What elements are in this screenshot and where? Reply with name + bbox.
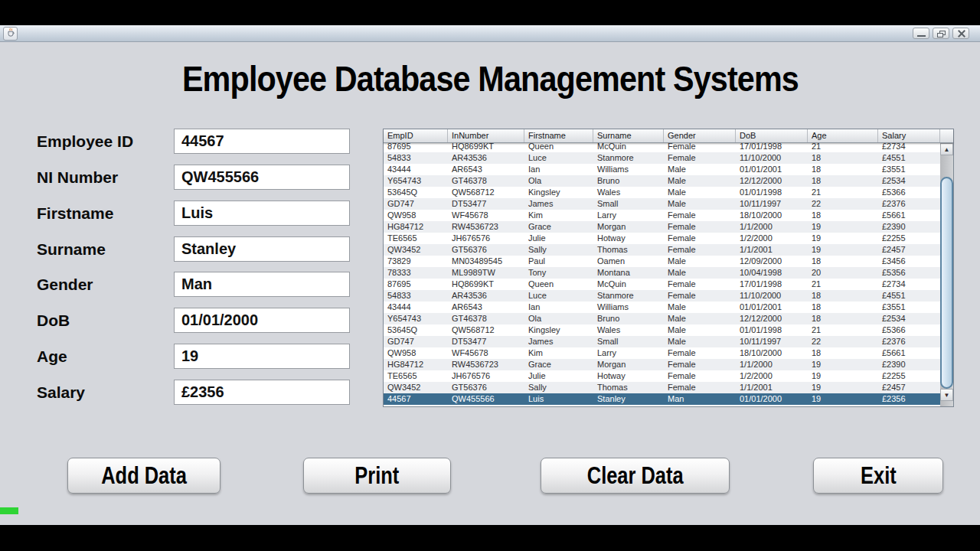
cell-age: 22 [808,198,878,210]
scrollbar-thumb[interactable] [940,177,953,389]
cell-salary: £3551 [878,302,940,313]
cell-innumber: AR6543 [448,302,524,313]
cell-innumber: JH676576 [448,370,524,382]
column-header-gender[interactable]: Gender [664,129,736,142]
scroll-down-button[interactable]: ▼ [940,389,953,401]
column-header-salary[interactable]: Salary [878,129,940,142]
table-row-1[interactable]: 54833AR43536LuceStanmoreFemale11/10/2000… [384,152,940,164]
salary-input[interactable] [174,380,350,405]
surname-input[interactable] [174,236,350,262]
cell-gender: Female [664,359,736,370]
clear-data-button[interactable]: Clear Data [541,458,730,494]
cell-salary: £2255 [878,370,940,382]
cell-surname: Larry [593,210,664,221]
table-row-5[interactable]: GD747DT53477JamesSmallMale10/11/199722£2… [384,198,940,210]
cell-surname: Stanley [593,393,664,405]
table-row-10[interactable]: 73829MN03489545PaulOamenMale12/09/200018… [384,256,940,267]
age-input[interactable] [174,344,350,369]
table-row-16[interactable]: 53645QQW568712KingsleyWalesMale01/01/199… [384,324,940,336]
salary-label: Salary [37,380,85,405]
table-row-19[interactable]: HG84712RW4536723GraceMorganFemale1/1/200… [384,359,940,370]
employee-id-input[interactable] [174,129,350,154]
cell-dob: 18/10/2000 [736,210,808,221]
cell-empid: 87695 [384,279,448,290]
close-button[interactable] [952,28,969,39]
cell-firstname: Ian [524,302,593,313]
cell-firstname: Grace [524,359,593,370]
column-header-firstname[interactable]: Firstname [524,129,593,142]
cell-gender: Female [664,347,736,359]
print-button[interactable]: Print [303,458,451,494]
cell-firstname: James [524,198,593,210]
form-row-ni-number: NI Number [0,165,360,190]
table-row-11[interactable]: 78333ML9989TWTonyMontanaMale10/04/199820… [384,267,940,279]
cell-salary: £5661 [878,210,940,221]
cell-dob: 10/04/1998 [736,267,808,279]
cell-salary: £2356 [878,393,940,405]
table-row-8[interactable]: TE6565JH676576JulieHotwayFemale1/2/20001… [384,233,940,244]
vertical-scrollbar[interactable]: ▲ ▼ [940,143,953,406]
ni-number-input[interactable] [174,165,350,190]
cell-firstname: Paul [524,256,593,267]
cell-age: 21 [808,324,878,336]
form-row-salary: Salary [0,380,360,405]
cell-age: 18 [808,347,878,359]
table-row-18[interactable]: QW958WF45678KimLarryFemale18/10/200018£5… [384,347,940,359]
table-row-12[interactable]: 87695HQ8699KTQueenMcQuinFemale17/01/1998… [384,279,940,290]
form-row-dob: DoB [0,308,360,333]
table-row-9[interactable]: QW3452GT56376SallyThomasFemale1/1/200119… [384,244,940,256]
title-bar[interactable] [0,25,980,42]
scroll-up-button[interactable]: ▲ [940,143,953,155]
table-row-4[interactable]: 53645QQW568712KingsleyWalesMale01/01/199… [384,187,940,198]
dob-input[interactable] [174,308,350,333]
cell-empid: 87695 [384,143,448,152]
cell-age: 21 [808,279,878,290]
column-header-surname[interactable]: Surname [593,129,664,142]
table-header-row: EmpIDInNumberFirstnameSurnameGenderDoBAg… [384,129,953,143]
table-row-17[interactable]: GD747DT53477JamesSmallMale10/11/199722£2… [384,336,940,347]
cell-surname: Morgan [593,359,664,370]
cell-gender: Female [664,290,736,302]
table-row-15[interactable]: Y654743GT46378OlaBrunoMale12/12/200018£2… [384,313,940,324]
cell-surname: Wales [593,324,664,336]
minimize-button[interactable] [913,28,929,39]
column-header-dob[interactable]: DoB [736,129,808,142]
firstname-input[interactable] [174,201,350,226]
button-label: Clear Data [587,462,684,490]
cell-empid: Y654743 [384,175,448,187]
cell-empid: QW958 [384,347,448,359]
exit-button[interactable]: Exit [813,458,943,494]
gender-label: Gender [37,272,93,297]
add-data-button[interactable]: Add Data [67,458,220,494]
column-header-empid[interactable]: EmpID [384,129,448,142]
app-menu-button[interactable] [3,27,18,41]
table-row-21[interactable]: QW3452GT56376SallyThomasFemale1/1/200119… [384,382,940,393]
cell-dob: 1/1/2000 [736,221,808,233]
form-row-surname: Surname [0,236,360,262]
cell-firstname: James [524,336,593,347]
table-row-22[interactable]: 44567QW455566LuisStanleyMan01/01/200019£… [384,393,940,405]
column-header-innumber[interactable]: InNumber [448,129,524,142]
table-row-2[interactable]: 43444AR6543IanWilliamsMale01/01/200118£3… [384,164,940,175]
table-row-7[interactable]: HG84712RW4536723GraceMorganFemale1/1/200… [384,221,940,233]
gender-input[interactable] [174,272,350,297]
cell-empid: QW958 [384,210,448,221]
maximize-button[interactable] [933,28,949,39]
cell-age: 21 [808,143,878,152]
table-row-13[interactable]: 54833AR43536LuceStanmoreFemale11/10/2000… [384,290,940,302]
table-row-0[interactable]: 87695HQ8699KTQueenMcQuinFemale17/01/1998… [384,143,940,152]
table-row-3[interactable]: Y654743GT46378OlaBrunoMale12/12/200018£2… [384,175,940,187]
header-corner [940,129,953,142]
cell-firstname: Kingsley [524,187,593,198]
cell-dob: 18/10/2000 [736,347,808,359]
button-label: Exit [861,462,897,490]
table-row-14[interactable]: 43444AR6543IanWilliamsMale01/01/200118£3… [384,302,940,313]
table-row-6[interactable]: QW958WF45678KimLarryFemale18/10/200018£5… [384,210,940,221]
cell-salary: £5366 [878,324,940,336]
cell-empid: 73829 [384,256,448,267]
column-header-age[interactable]: Age [808,129,878,142]
button-label: Add Data [101,462,187,490]
cell-gender: Male [664,324,736,336]
table-row-20[interactable]: TE6565JH676576JulieHotwayFemale1/2/20001… [384,370,940,382]
cell-dob: 01/01/2000 [736,393,808,405]
